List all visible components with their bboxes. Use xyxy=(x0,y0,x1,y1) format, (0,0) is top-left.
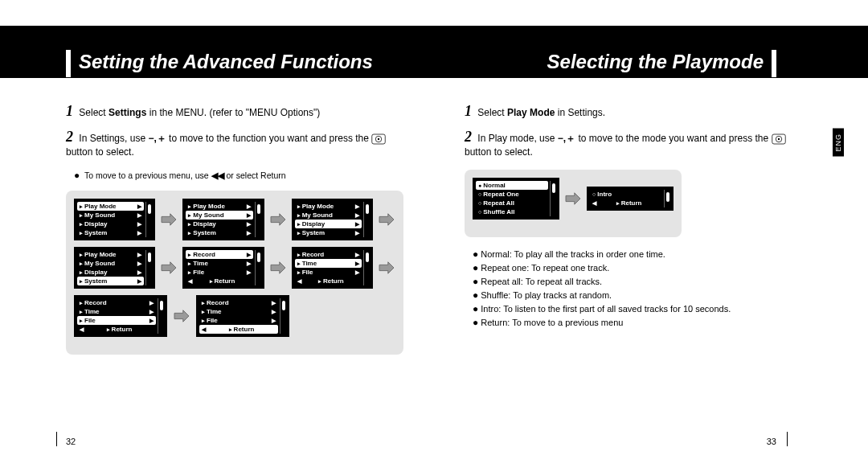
menu-item: Repeat All xyxy=(476,199,548,207)
arrow-right-icon xyxy=(564,191,582,207)
text: in Settings. xyxy=(555,107,605,118)
bullet-icon: ● xyxy=(473,317,478,328)
text: button to select. xyxy=(465,146,533,158)
menu-item: File xyxy=(295,268,362,277)
menu-screenshot: Play ModeMy SoundDisplaySystem xyxy=(74,247,155,289)
page-number-right: 33 xyxy=(767,437,776,446)
menu-screenshot: RecordTimeFileReturn xyxy=(292,247,373,289)
list-item: ●Repeat all: To repeat all tracks. xyxy=(473,276,810,288)
arrow-right-icon xyxy=(172,308,191,324)
page-title-left: Setting the Advanced Functions xyxy=(66,50,373,77)
step-1-left: 1 Select Settings in the MENU. (refer to… xyxy=(66,105,403,119)
scrollbar-icon xyxy=(255,202,261,237)
bullet-icon: ● xyxy=(473,289,478,301)
text: Select xyxy=(79,107,108,118)
text: In Settings, use xyxy=(79,133,148,144)
arrow-right-icon xyxy=(269,260,287,276)
diagram-panel-left: Play ModeMy SoundDisplaySystemPlay ModeM… xyxy=(66,191,403,355)
page-divider xyxy=(56,432,57,446)
scrollbar-icon xyxy=(145,250,152,285)
note-left: ● To move to a previous menu, use ◀◀ or … xyxy=(74,170,403,181)
right-column: 1 Select Play Mode in Settings. 2 In Pla… xyxy=(465,105,810,330)
menu-item: My Sound xyxy=(295,211,362,220)
diagram-row: NormalRepeat OneRepeat AllShuffle AllInt… xyxy=(473,178,674,220)
menu-item: Return xyxy=(199,325,278,334)
menu-item: Record xyxy=(186,250,252,259)
menu-item: System xyxy=(77,228,144,237)
list-item: ●Normal: To play all the tracks in order… xyxy=(473,248,810,261)
menu-item: Return xyxy=(186,277,252,285)
step-number-icon: 1 xyxy=(465,103,472,119)
diagram-row: RecordTimeFileReturnRecordTimeFileReturn xyxy=(74,295,395,337)
menu-item: Return xyxy=(295,277,362,285)
bullet-icon: ● xyxy=(74,170,80,181)
list-item: ●Return: To move to a previous menu xyxy=(473,317,810,329)
scrollbar-icon xyxy=(550,181,556,216)
diagram-row: Play ModeMy SoundDisplaySystemPlay ModeM… xyxy=(74,199,395,240)
text: to move to the function you want and pre… xyxy=(166,133,372,144)
page-number-left: 32 xyxy=(66,437,76,446)
page-title-right: Selecting the Playmode xyxy=(547,50,776,77)
text-bold: Settings xyxy=(108,107,146,118)
menu-item: File xyxy=(77,316,156,325)
arrow-right-icon xyxy=(378,211,395,228)
menu-item: System xyxy=(77,277,144,285)
menu-item: Play Mode xyxy=(186,202,252,211)
menu-item: Time xyxy=(199,307,278,316)
step-2-right: 2 In Play mode, use −,＋ to move to the m… xyxy=(465,130,810,158)
scrollbar-icon xyxy=(158,298,164,334)
step-2-left: 2 In Settings, use −,＋ to move to the fu… xyxy=(66,130,403,158)
menu-item: My Sound xyxy=(77,211,144,220)
menu-item: My Sound xyxy=(186,211,252,220)
step-1-right: 1 Select Play Mode in Settings. xyxy=(465,105,810,119)
menu-item: System xyxy=(295,228,362,237)
svg-point-2 xyxy=(378,138,379,140)
menu-screenshot: RecordTimeFileReturn xyxy=(196,295,289,337)
arrow-right-icon xyxy=(269,211,287,228)
page-divider xyxy=(787,432,788,446)
menu-item: System xyxy=(186,228,252,237)
menu-item: Intro xyxy=(590,190,662,199)
menu-item: Display xyxy=(77,220,144,228)
mode-description-list: ●Normal: To play all the tracks in order… xyxy=(473,248,810,329)
arrow-right-icon xyxy=(160,260,178,276)
list-item: ●Repeat one: To repeat one track. xyxy=(473,262,810,274)
bullet-icon: ● xyxy=(473,248,478,260)
text: to move to the mode you want and press t… xyxy=(575,133,771,144)
menu-item: My Sound xyxy=(77,259,144,268)
menu-item: Time xyxy=(295,259,362,268)
menu-item: Play Mode xyxy=(77,250,144,259)
left-column: 1 Select Settings in the MENU. (refer to… xyxy=(66,105,403,355)
menu-item: Normal xyxy=(476,181,548,190)
menu-screenshot: Play ModeMy SoundDisplaySystem xyxy=(292,199,373,240)
menu-item: Record xyxy=(295,250,362,259)
svg-point-5 xyxy=(777,138,779,140)
menu-item: Play Mode xyxy=(295,202,362,211)
menu-item: Time xyxy=(77,307,156,316)
menu-screenshot: RecordTimeFileReturn xyxy=(182,247,264,289)
menu-item: Shuffle All xyxy=(476,207,548,216)
text-bold: Play Mode xyxy=(507,107,555,118)
minus-plus-icon: −,＋ xyxy=(558,133,575,144)
text: button to select. xyxy=(66,146,134,158)
language-tab: ENG xyxy=(833,129,844,157)
scrollbar-icon xyxy=(363,250,370,285)
menu-screenshot: Play ModeMy SoundDisplaySystem xyxy=(182,199,264,240)
menu-item: Repeat One xyxy=(476,190,548,199)
menu-item: Display xyxy=(295,220,362,228)
text: Select xyxy=(477,107,507,118)
diagram-row: Play ModeMy SoundDisplaySystemRecordTime… xyxy=(74,247,395,289)
menu-item: Play Mode xyxy=(77,202,144,211)
scrollbar-icon xyxy=(145,202,152,237)
menu-item: Record xyxy=(77,298,156,307)
bullet-icon: ● xyxy=(473,276,478,287)
text: In Play mode, use xyxy=(477,133,557,144)
menu-item: Display xyxy=(77,268,144,277)
menu-item: Record xyxy=(199,298,278,307)
menu-screenshot: Play ModeMy SoundDisplaySystem xyxy=(74,199,155,240)
menu-item: File xyxy=(186,268,252,277)
step-number-icon: 2 xyxy=(465,129,472,145)
scrollbar-icon xyxy=(255,250,261,285)
scrollbar-icon xyxy=(363,202,370,237)
diagram-panel-right: NormalRepeat OneRepeat AllShuffle AllInt… xyxy=(465,170,682,237)
